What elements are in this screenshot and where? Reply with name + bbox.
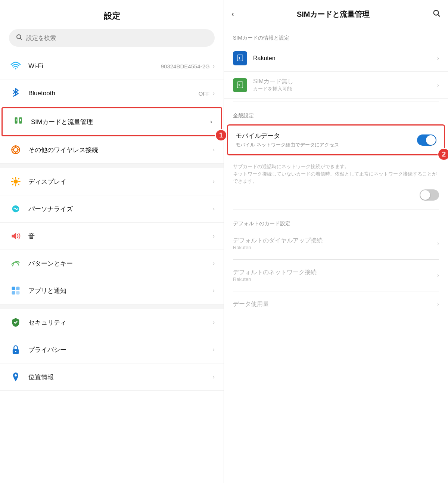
dialup-sub: Rakuten xyxy=(233,245,437,250)
divider-1 xyxy=(0,164,224,168)
svg-line-20 xyxy=(438,15,440,16)
network-text: デフォルトのネットワーク接続 Rakuten xyxy=(233,269,437,282)
settings-item-sim[interactable]: SIMカードと流量管理 › 1 xyxy=(1,107,222,136)
step-badge-2: 2 xyxy=(438,148,448,161)
network-label: デフォルトのネットワーク接続 xyxy=(233,269,437,276)
data-usage-item[interactable]: データ使用量 › xyxy=(224,294,448,314)
security-chevron: › xyxy=(213,319,215,326)
toggle-knob xyxy=(426,135,436,145)
display-chevron: › xyxy=(213,178,215,185)
sim-mgmt-icon-wrap xyxy=(12,115,25,129)
sound-chevron: › xyxy=(213,233,215,239)
sim1-name: Rakuten xyxy=(253,55,437,62)
mobile-data-label: モバイルデータ xyxy=(236,131,417,140)
pattern-chevron: › xyxy=(213,260,215,267)
personalize-chevron: › xyxy=(213,205,215,212)
settings-item-wifi[interactable]: Wi-Fi 90324BDE4554-2G › xyxy=(0,53,224,80)
dialup-label: デフォルトのダイヤルアップ接続 xyxy=(233,237,437,245)
location-chevron: › xyxy=(213,374,215,380)
settings-item-security[interactable]: セキュリティ › xyxy=(0,309,224,336)
search-icon xyxy=(16,34,22,42)
svg-point-0 xyxy=(17,35,21,39)
settings-item-apps[interactable]: アプリと通知 › xyxy=(0,277,224,304)
section-divider xyxy=(233,102,439,102)
back-button[interactable]: ‹ xyxy=(231,9,234,19)
settings-item-personalize[interactable]: パーソナライズ › xyxy=(0,195,224,223)
svg-rect-12 xyxy=(12,287,15,290)
bluetooth-value: OFF xyxy=(199,90,210,97)
svg-rect-6 xyxy=(20,119,21,121)
wifi-chevron: › xyxy=(213,63,215,69)
svg-rect-5 xyxy=(16,119,16,121)
display-icon-wrap xyxy=(9,175,22,188)
svg-text:1: 1 xyxy=(238,56,240,60)
subcard-section: サブカードの通話時にネットワーク接続ができます。 ネットワーク接続していないカー… xyxy=(224,157,448,207)
network-chevron: › xyxy=(437,272,439,279)
settings-item-pattern[interactable]: パターンとキー › xyxy=(0,250,224,277)
section2-label: 全般設定 xyxy=(224,105,448,123)
location-icon-wrap xyxy=(9,370,22,384)
settings-item-wireless[interactable]: その他のワイヤレス接続 › xyxy=(0,136,224,164)
sim2-item[interactable]: 2 SIMカード無し カードを挿入可能 › xyxy=(224,72,448,99)
mobile-data-toggle[interactable] xyxy=(417,134,436,146)
wireless-chevron: › xyxy=(213,146,215,153)
settings-item-bluetooth[interactable]: Bluetooth OFF › xyxy=(0,80,224,107)
mobile-data-section[interactable]: モバイルデータ モバイル ネットワーク経由でデータにアクセス 2 xyxy=(227,124,445,155)
settings-item-location[interactable]: 位置情報 › xyxy=(0,363,224,391)
svg-text:2: 2 xyxy=(238,83,240,87)
section3-label: デフォルトのカード設定 xyxy=(224,213,448,231)
wireless-icon-wrap xyxy=(9,143,22,157)
pattern-icon-wrap xyxy=(9,257,22,270)
svg-line-1 xyxy=(20,38,22,40)
svg-point-8 xyxy=(13,148,18,152)
display-label: ディスプレイ xyxy=(28,177,213,186)
settings-item-sound[interactable]: 音 › xyxy=(0,223,224,250)
sim1-item[interactable]: 1 Rakuten › xyxy=(224,45,448,72)
svg-point-17 xyxy=(15,351,16,352)
right-search-button[interactable] xyxy=(432,9,441,19)
subcard-knob xyxy=(420,190,430,200)
apps-label: アプリと通知 xyxy=(28,287,213,295)
section-divider-3 xyxy=(233,259,439,260)
dialup-item[interactable]: デフォルトのダイヤルアップ接続 Rakuten › xyxy=(224,231,448,256)
bluetooth-icon-wrap xyxy=(9,87,22,100)
svg-point-18 xyxy=(15,374,17,377)
sim2-icon: 2 xyxy=(233,78,247,92)
svg-point-19 xyxy=(434,10,439,15)
search-bar[interactable] xyxy=(9,29,215,47)
svg-marker-11 xyxy=(12,233,16,240)
sim-chevron: › xyxy=(210,118,212,125)
svg-rect-15 xyxy=(16,291,19,294)
sound-icon-wrap xyxy=(9,229,22,243)
svg-rect-13 xyxy=(16,287,19,290)
personalize-label: パーソナライズ xyxy=(28,205,213,213)
right-panel: ‹ SIMカードと流量管理 SIMカードの情報と設定 1 Rakuten › xyxy=(224,0,448,483)
personalize-icon-wrap xyxy=(9,202,22,216)
apps-icon-wrap xyxy=(9,284,22,297)
settings-list: Wi-Fi 90324BDE4554-2G › Bluetooth OFF › xyxy=(0,53,224,391)
section-divider-2 xyxy=(233,210,439,210)
network-item[interactable]: デフォルトのネットワーク接続 Rakuten › xyxy=(224,263,448,288)
right-header: ‹ SIMカードと流量管理 xyxy=(224,0,448,27)
left-panel: 設定 Wi-Fi 90324BDE4554-2G › xyxy=(0,0,224,483)
svg-rect-14 xyxy=(12,291,15,294)
security-icon-wrap xyxy=(9,316,22,329)
wifi-icon-wrap xyxy=(9,59,22,73)
sim1-text: Rakuten xyxy=(253,55,437,62)
apps-chevron: › xyxy=(213,287,215,294)
sim2-chevron: › xyxy=(437,82,439,89)
sim1-icon: 1 xyxy=(233,51,247,65)
search-input[interactable] xyxy=(26,35,208,41)
privacy-chevron: › xyxy=(213,346,215,353)
right-title: SIMカードと流量管理 xyxy=(239,9,428,19)
settings-item-display[interactable]: ディスプレイ › xyxy=(0,168,224,195)
dialup-text: デフォルトのダイヤルアップ接続 Rakuten xyxy=(233,237,437,250)
privacy-icon-wrap xyxy=(9,343,22,356)
data-usage-chevron: › xyxy=(437,301,439,307)
mobile-data-text: モバイルデータ モバイル ネットワーク経由でデータにアクセス xyxy=(236,131,417,148)
sim2-text: SIMカード無し カードを挿入可能 xyxy=(253,78,437,92)
step-badge-1: 1 xyxy=(215,129,227,141)
sim-label: SIMカードと流量管理 xyxy=(31,118,210,126)
subcard-toggle[interactable] xyxy=(420,189,439,201)
settings-item-privacy[interactable]: プライバシー › xyxy=(0,336,224,363)
